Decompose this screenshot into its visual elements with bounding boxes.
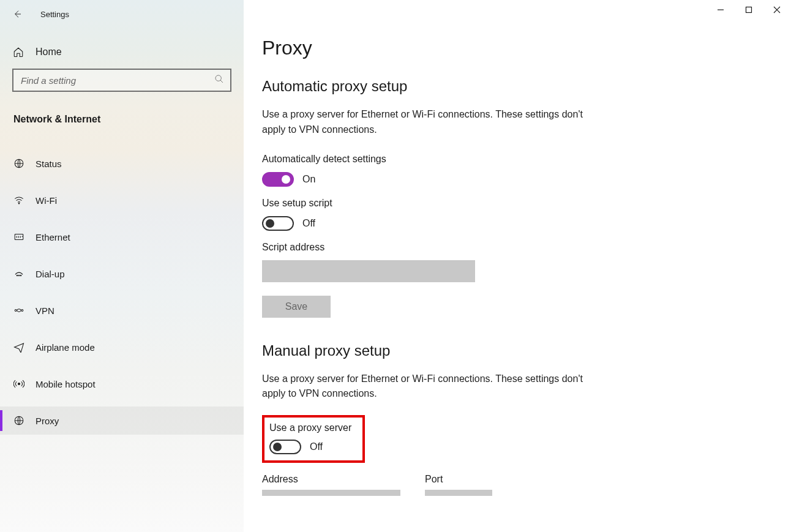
sidebar-home[interactable]: Home xyxy=(0,47,244,58)
proxy-icon xyxy=(12,415,26,426)
svg-point-7 xyxy=(15,310,17,312)
sidebar-item-airplane[interactable]: Airplane mode xyxy=(0,333,244,361)
maximize-icon xyxy=(745,6,752,13)
svg-point-9 xyxy=(18,383,20,385)
manual-section-heading: Manual proxy setup xyxy=(262,342,791,359)
use-proxy-state: Off xyxy=(310,441,323,452)
svg-point-5 xyxy=(18,275,20,276)
sidebar-item-label: VPN xyxy=(36,305,54,316)
auto-detect-toggle[interactable] xyxy=(262,172,294,187)
search-container xyxy=(0,58,244,92)
sidebar: Settings Home Network & Internet Status … xyxy=(0,0,244,532)
airplane-icon xyxy=(12,342,26,353)
sidebar-item-label: Status xyxy=(36,159,62,169)
back-button[interactable] xyxy=(7,4,27,24)
setup-script-state: Off xyxy=(302,218,315,229)
sidebar-nav: Status Wi-Fi Ethernet Dial-up VPN xyxy=(0,149,244,443)
sidebar-item-status[interactable]: Status xyxy=(0,149,244,178)
sidebar-item-hotspot[interactable]: Mobile hotspot xyxy=(0,370,244,398)
status-icon xyxy=(12,158,26,169)
setup-script-toggle[interactable] xyxy=(262,216,294,231)
close-icon xyxy=(773,6,781,13)
minimize-button[interactable] xyxy=(707,0,735,20)
dialup-icon xyxy=(12,268,26,279)
setup-script-label: Use setup script xyxy=(262,198,791,209)
auto-detect-state: On xyxy=(302,174,315,185)
ethernet-icon xyxy=(12,231,26,242)
auto-detect-toggle-row: On xyxy=(262,172,791,187)
manual-address-row: Address Port xyxy=(262,474,791,496)
setup-script-toggle-row: Off xyxy=(262,216,791,231)
main-content: Proxy Automatic proxy setup Use a proxy … xyxy=(244,0,791,532)
home-label: Home xyxy=(36,47,62,58)
home-icon xyxy=(12,47,24,58)
search-input[interactable] xyxy=(21,75,214,86)
sidebar-category: Network & Internet xyxy=(0,114,244,125)
manual-address-input[interactable] xyxy=(262,490,400,496)
auto-detect-label: Automatically detect settings xyxy=(262,154,791,165)
svg-point-4 xyxy=(17,275,18,276)
hotspot-icon xyxy=(12,378,26,389)
auto-section-heading: Automatic proxy setup xyxy=(262,78,791,95)
sidebar-item-label: Ethernet xyxy=(36,232,70,242)
use-proxy-label: Use a proxy server xyxy=(269,422,355,433)
svg-point-8 xyxy=(21,310,23,312)
highlight-annotation: Use a proxy server Off xyxy=(262,415,365,463)
sidebar-item-proxy[interactable]: Proxy xyxy=(0,406,244,435)
close-button[interactable] xyxy=(763,0,791,20)
manual-port-input[interactable] xyxy=(425,490,492,496)
wifi-icon xyxy=(12,195,26,206)
sidebar-item-label: Wi-Fi xyxy=(36,195,57,206)
svg-point-2 xyxy=(18,203,20,204)
page-title: Proxy xyxy=(262,37,791,59)
manual-address-label: Address xyxy=(262,474,400,485)
manual-section-desc: Use a proxy server for Ethernet or Wi-Fi… xyxy=(262,372,593,402)
sidebar-item-label: Mobile hotspot xyxy=(36,379,96,389)
svg-point-6 xyxy=(20,275,21,276)
sidebar-item-label: Proxy xyxy=(36,416,59,426)
auto-section-desc: Use a proxy server for Ethernet or Wi-Fi… xyxy=(262,107,593,138)
save-button: Save xyxy=(262,296,331,318)
vpn-icon xyxy=(12,305,26,316)
minimize-icon xyxy=(717,6,724,13)
svg-rect-3 xyxy=(15,234,23,240)
script-address-label: Script address xyxy=(262,242,791,253)
arrow-left-icon xyxy=(12,9,22,19)
sidebar-item-wifi[interactable]: Wi-Fi xyxy=(0,186,244,214)
use-proxy-toggle-row: Off xyxy=(269,440,355,454)
svg-point-0 xyxy=(216,75,221,81)
sidebar-item-ethernet[interactable]: Ethernet xyxy=(0,223,244,251)
window-controls xyxy=(707,0,791,20)
search-box[interactable] xyxy=(12,69,231,92)
search-icon xyxy=(214,74,224,86)
maximize-button[interactable] xyxy=(735,0,763,20)
use-proxy-toggle[interactable] xyxy=(269,440,301,454)
svg-rect-11 xyxy=(746,7,752,13)
script-address-input[interactable] xyxy=(262,260,475,282)
titlebar: Settings xyxy=(0,0,244,22)
sidebar-item-label: Airplane mode xyxy=(36,342,95,353)
app-title: Settings xyxy=(40,10,69,19)
sidebar-item-dialup[interactable]: Dial-up xyxy=(0,260,244,288)
manual-port-label: Port xyxy=(425,474,492,485)
sidebar-item-label: Dial-up xyxy=(36,269,65,279)
sidebar-item-vpn[interactable]: VPN xyxy=(0,296,244,324)
